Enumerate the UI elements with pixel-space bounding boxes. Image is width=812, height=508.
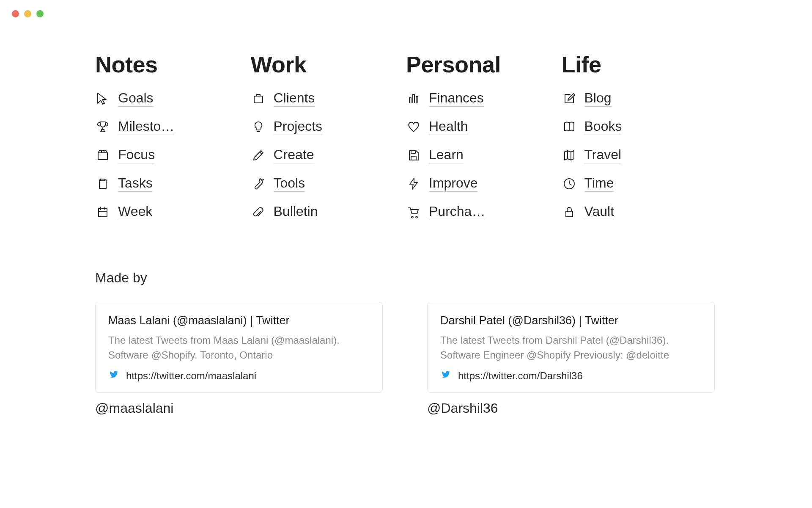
item-create[interactable]: Create <box>251 147 406 163</box>
item-label: Clients <box>274 90 315 107</box>
twitter-icon <box>108 370 119 382</box>
book-icon <box>562 119 577 135</box>
box-icon <box>95 148 110 163</box>
item-label: Travel <box>584 147 622 163</box>
window-traffic-lights <box>0 0 812 17</box>
item-label: Purcha… <box>429 204 485 220</box>
item-label: Week <box>118 204 152 220</box>
cart-icon <box>406 204 421 220</box>
item-label: Books <box>584 119 622 135</box>
item-label: Milesto… <box>118 119 174 135</box>
item-improve[interactable]: Improve <box>406 175 562 192</box>
item-tasks[interactable]: Tasks <box>95 175 251 192</box>
item-tools[interactable]: Tools <box>251 175 406 192</box>
trophy-icon <box>95 119 110 135</box>
item-label: Bulletin <box>274 204 318 220</box>
item-label: Create <box>274 147 314 163</box>
pencil-icon <box>251 148 266 163</box>
column-personal: Personal Finances Health Learn Improve P… <box>406 51 562 232</box>
card-url: https://twitter.com/Darshil36 <box>458 370 583 382</box>
column-title: Work <box>251 51 406 77</box>
item-books[interactable]: Books <box>562 119 717 135</box>
item-label: Tools <box>274 175 305 192</box>
author-handle: @maaslalani <box>95 400 383 416</box>
item-label: Goals <box>118 90 154 107</box>
made-by-section: Made by Maas Lalani (@maaslalani) | Twit… <box>95 270 717 416</box>
edit-icon <box>562 91 577 106</box>
item-vault[interactable]: Vault <box>562 204 717 220</box>
barchart-icon <box>406 91 421 106</box>
item-label: Improve <box>429 175 478 192</box>
card-description: The latest Tweets from Maas Lalani (@maa… <box>108 333 370 363</box>
close-window-button[interactable] <box>12 10 19 17</box>
lightbulb-icon <box>251 119 266 135</box>
item-learn[interactable]: Learn <box>406 147 562 163</box>
author-card-maaslalani[interactable]: Maas Lalani (@maaslalani) | Twitter The … <box>95 302 383 393</box>
twitter-icon <box>440 370 451 382</box>
author-cards: Maas Lalani (@maaslalani) | Twitter The … <box>95 302 717 416</box>
card-link-row: https://twitter.com/Darshil36 <box>440 370 702 382</box>
author-handle: @Darshil36 <box>427 400 715 416</box>
item-clients[interactable]: Clients <box>251 90 406 107</box>
item-focus[interactable]: Focus <box>95 147 251 163</box>
column-notes: Notes Goals Milesto… Focus Tasks Week <box>95 51 251 232</box>
minimize-window-button[interactable] <box>24 10 31 17</box>
item-blog[interactable]: Blog <box>562 90 717 107</box>
wrench-icon <box>251 176 266 191</box>
author-card-wrap: Darshil Patel (@Darshil36) | Twitter The… <box>427 302 715 416</box>
item-label: Health <box>429 119 468 135</box>
item-purchases[interactable]: Purcha… <box>406 204 562 220</box>
calendar-icon <box>95 204 110 220</box>
item-milestones[interactable]: Milesto… <box>95 119 251 135</box>
column-title: Personal <box>406 51 562 77</box>
card-title: Darshil Patel (@Darshil36) | Twitter <box>440 314 702 327</box>
card-description: The latest Tweets from Darshil Patel (@D… <box>440 333 702 363</box>
zoom-window-button[interactable] <box>36 10 44 17</box>
lightning-icon <box>406 176 421 191</box>
column-title: Notes <box>95 51 251 77</box>
cursor-icon <box>95 91 110 106</box>
card-title: Maas Lalani (@maaslalani) | Twitter <box>108 314 370 327</box>
card-url: https://twitter.com/maaslalani <box>126 370 256 382</box>
item-label: Time <box>584 175 614 192</box>
item-finances[interactable]: Finances <box>406 90 562 107</box>
paperclip-icon <box>251 204 266 220</box>
dashboard-columns: Notes Goals Milesto… Focus Tasks Week <box>95 51 717 232</box>
clipboard-icon <box>95 176 110 191</box>
item-week[interactable]: Week <box>95 204 251 220</box>
item-label: Projects <box>274 119 323 135</box>
item-projects[interactable]: Projects <box>251 119 406 135</box>
made-by-title: Made by <box>95 270 717 286</box>
author-card-darshil36[interactable]: Darshil Patel (@Darshil36) | Twitter The… <box>427 302 715 393</box>
card-link-row: https://twitter.com/maaslalani <box>108 370 370 382</box>
item-label: Blog <box>584 90 612 107</box>
item-time[interactable]: Time <box>562 175 717 192</box>
item-travel[interactable]: Travel <box>562 147 717 163</box>
briefcase-icon <box>251 91 266 106</box>
item-health[interactable]: Health <box>406 119 562 135</box>
heart-icon <box>406 119 421 135</box>
item-label: Finances <box>429 90 484 107</box>
clock-icon <box>562 176 577 191</box>
item-label: Tasks <box>118 175 153 192</box>
item-label: Vault <box>584 204 614 220</box>
item-label: Focus <box>118 147 155 163</box>
item-label: Learn <box>429 147 464 163</box>
item-goals[interactable]: Goals <box>95 90 251 107</box>
map-icon <box>562 148 577 163</box>
author-card-wrap: Maas Lalani (@maaslalani) | Twitter The … <box>95 302 383 416</box>
item-bulletin[interactable]: Bulletin <box>251 204 406 220</box>
lock-icon <box>562 204 577 220</box>
save-icon <box>406 148 421 163</box>
column-title: Life <box>562 51 717 77</box>
column-work: Work Clients Projects Create Tools Bulle… <box>251 51 406 232</box>
column-life: Life Blog Books Travel Time Vault <box>562 51 717 232</box>
